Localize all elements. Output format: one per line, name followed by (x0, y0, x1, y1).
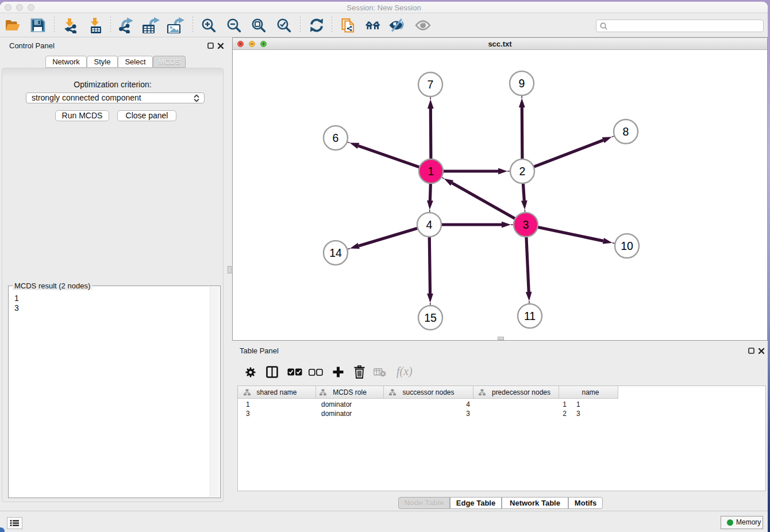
svg-text:6: 6 (333, 132, 339, 144)
svg-text:4: 4 (426, 218, 433, 231)
svg-text:10: 10 (621, 240, 633, 252)
svg-text:1: 1 (428, 165, 434, 178)
svg-text:8: 8 (623, 125, 629, 138)
svg-text:14: 14 (329, 246, 342, 259)
svg-text:11: 11 (524, 310, 536, 322)
svg-text:15: 15 (424, 311, 437, 324)
svg-text:7: 7 (428, 78, 434, 91)
svg-text:9: 9 (519, 77, 525, 90)
svg-text:2: 2 (519, 165, 526, 178)
svg-text:3: 3 (523, 218, 529, 231)
